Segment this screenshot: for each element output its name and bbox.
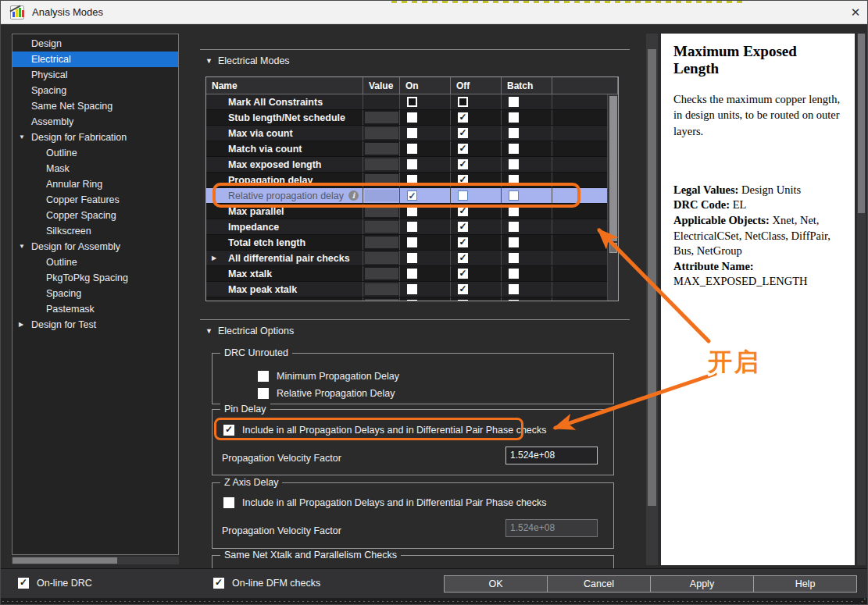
scrollbar-thumb[interactable] [609, 96, 617, 241]
on-checkbox[interactable] [407, 112, 417, 123]
name-cell[interactable]: Match via count [206, 141, 363, 156]
batch-checkbox[interactable] [509, 284, 519, 294]
off-checkbox[interactable] [458, 253, 468, 263]
on-checkbox[interactable] [407, 206, 417, 216]
name-cell[interactable]: Propagation delay [206, 173, 363, 187]
batch-checkbox[interactable] [509, 269, 519, 279]
batch-checkbox[interactable] [509, 144, 519, 154]
sidebar-item-copper-features[interactable]: Copper Features [13, 192, 178, 208]
on-checkbox[interactable] [407, 190, 417, 201]
off-checkbox[interactable] [458, 112, 468, 123]
row-expander-icon[interactable]: ▶ [212, 254, 216, 262]
column-header-on[interactable]: On [400, 77, 451, 94]
electrical-modes-header[interactable]: ▼ Electrical Modes [205, 55, 290, 66]
velocity-factor-input[interactable]: 1.524e+08 [505, 447, 598, 464]
off-checkbox[interactable] [458, 300, 468, 301]
batch-checkbox[interactable] [509, 159, 519, 169]
column-header-batch[interactable]: Batch [502, 77, 552, 94]
close-icon[interactable]: ✕ [842, 1, 868, 24]
name-cell[interactable]: Stub length/Net schedule [206, 110, 363, 125]
name-cell[interactable]: Mark All Constraints [206, 94, 363, 109]
sidebar-item-design-for-fabrication[interactable]: ▼Design for Fabrication [13, 130, 178, 145]
off-checkbox[interactable] [458, 237, 468, 247]
off-checkbox[interactable] [458, 190, 468, 201]
electrical-options-header[interactable]: ▼ Electrical Options [205, 326, 294, 336]
sidebar-item-electrical[interactable]: Electrical [13, 52, 178, 67]
sidebar-item-copper-spacing[interactable]: Copper Spacing [13, 208, 178, 223]
table-vertical-scrollbar[interactable] [607, 94, 618, 301]
on-checkbox[interactable] [407, 128, 417, 138]
expanded-triangle-icon[interactable]: ▼ [19, 130, 25, 145]
value-cell[interactable] [363, 157, 400, 172]
sidebar-item-pastemask[interactable]: Pastemask [13, 301, 178, 317]
batch-checkbox[interactable] [509, 237, 519, 247]
table-row[interactable]: Relative propagation delayi [206, 188, 618, 204]
sidebar-item-outline[interactable]: Outline [13, 254, 178, 270]
sidebar-item-assembly[interactable]: Assembly [13, 114, 178, 130]
off-checkbox[interactable] [458, 284, 468, 294]
cancel-button[interactable]: Cancel [547, 575, 651, 593]
off-checkbox[interactable] [458, 222, 468, 232]
name-cell[interactable]: Max xtalk [206, 266, 363, 281]
sidebar-item-design-for-test[interactable]: ▶Design for Test [13, 317, 178, 333]
batch-checkbox[interactable] [509, 300, 519, 301]
sidebar-item-design-for-assembly[interactable]: ▼Design for Assembly [13, 239, 178, 254]
value-cell[interactable] [363, 297, 400, 301]
name-cell[interactable]: Max parallel [206, 204, 363, 219]
batch-checkbox[interactable] [509, 175, 519, 185]
off-checkbox[interactable] [458, 159, 468, 169]
column-header-name[interactable]: Name [206, 77, 363, 94]
column-header-off[interactable]: Off [451, 77, 502, 94]
table-row[interactable]: Impedance [206, 219, 618, 235]
batch-checkbox[interactable] [509, 97, 519, 107]
scrollbar-thumb[interactable] [648, 49, 656, 506]
batch-checkbox[interactable] [509, 190, 519, 201]
collapse-triangle-icon[interactable]: ▼ [205, 327, 213, 335]
scrollbar-thumb[interactable] [858, 34, 865, 213]
velocity-factor-input-disabled[interactable]: 1.524e+08 [505, 519, 598, 537]
value-cell[interactable] [363, 266, 400, 281]
sidebar-horizontal-scrollbar[interactable] [12, 557, 179, 564]
value-cell[interactable] [363, 251, 400, 265]
collapsed-triangle-icon[interactable]: ▶ [19, 317, 23, 333]
batch-checkbox[interactable] [509, 222, 519, 232]
table-row[interactable]: Match via count [206, 141, 618, 157]
value-cell[interactable] [363, 110, 400, 125]
batch-checkbox[interactable] [509, 112, 519, 123]
value-cell[interactable] [363, 204, 400, 219]
sidebar-item-pkgtopkg-spacing[interactable]: PkgToPkg Spacing [13, 270, 178, 286]
sidebar-item-silkscreen[interactable]: Silkscreen [13, 223, 178, 239]
value-cell[interactable] [363, 282, 400, 297]
on-checkbox[interactable] [407, 284, 417, 294]
value-cell[interactable] [363, 126, 400, 141]
sidebar-item-annular-ring[interactable]: Annular Ring [13, 176, 178, 192]
batch-checkbox[interactable] [509, 206, 519, 216]
pin-delay-include-checkbox[interactable] [223, 425, 234, 436]
on-checkbox[interactable] [407, 237, 417, 247]
collapse-triangle-icon[interactable]: ▼ [205, 57, 213, 65]
on-checkbox[interactable] [407, 159, 417, 169]
ok-button[interactable]: OK [444, 575, 548, 593]
value-cell[interactable] [363, 141, 400, 156]
off-checkbox[interactable] [458, 97, 468, 107]
table-row[interactable]: Stub length/Net schedule [206, 110, 618, 126]
table-row[interactable]: Propagation delay [206, 173, 618, 188]
name-cell[interactable]: Max exposed length [206, 157, 363, 172]
batch-checkbox[interactable] [509, 128, 519, 138]
expanded-triangle-icon[interactable]: ▼ [19, 239, 25, 254]
relative-propagation-delay-checkbox[interactable] [258, 388, 269, 399]
off-checkbox[interactable] [458, 206, 468, 216]
on-checkbox[interactable] [407, 269, 417, 279]
scrollbar-button[interactable] [609, 243, 617, 253]
batch-checkbox[interactable] [509, 253, 519, 263]
main-vertical-scrollbar[interactable] [646, 34, 658, 565]
name-cell[interactable]: Max via count [206, 126, 363, 141]
off-checkbox[interactable] [458, 144, 468, 154]
on-checkbox[interactable] [407, 222, 417, 232]
minimum-propagation-delay-checkbox[interactable] [258, 371, 269, 382]
off-checkbox[interactable] [458, 175, 468, 185]
sidebar-item-physical[interactable]: Physical [13, 67, 178, 83]
table-row[interactable]: Max peak xtalk [206, 282, 618, 297]
column-header-value[interactable]: Value [363, 77, 400, 94]
sidebar-item-same-net-spacing[interactable]: Same Net Spacing [13, 98, 178, 114]
